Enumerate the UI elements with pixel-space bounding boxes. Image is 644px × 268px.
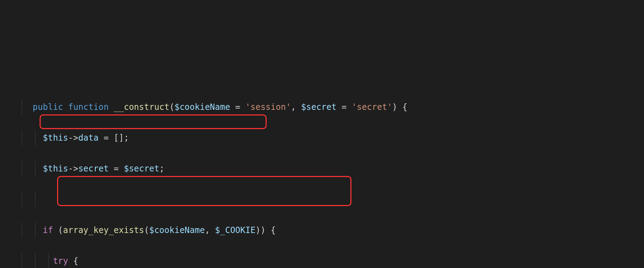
fn-array-key-exists: array_key_exists bbox=[63, 225, 144, 235]
code-line-2[interactable]: $this->data = []; bbox=[0, 130, 644, 146]
code-line-3[interactable]: $this->secret = $secret; bbox=[0, 161, 644, 176]
code-line-1[interactable]: public function __construct($cookieName … bbox=[0, 99, 644, 115]
function-name: __construct bbox=[114, 102, 170, 112]
prop-secret: secret bbox=[78, 164, 109, 174]
keyword-if: if bbox=[43, 225, 53, 235]
code-line-5[interactable]: if (array_key_exists($cookieName, $_COOK… bbox=[0, 223, 644, 238]
var-cookie-global: $_COOKIE bbox=[215, 225, 256, 235]
prop-data: data bbox=[78, 133, 98, 143]
param-cookiename: $cookieName bbox=[174, 102, 230, 112]
code-line-6[interactable]: try { bbox=[0, 253, 644, 268]
code-line-4[interactable] bbox=[0, 192, 644, 207]
string-secret: 'secret' bbox=[352, 102, 392, 112]
keyword-try: try bbox=[53, 256, 68, 266]
var-cookiename: $cookieName bbox=[149, 225, 205, 235]
this-var: $this bbox=[43, 133, 68, 143]
string-session: 'session' bbox=[245, 102, 291, 112]
keyword-public: public bbox=[33, 102, 63, 112]
keyword-function: function bbox=[68, 102, 109, 112]
code-editor[interactable]: public function __construct($cookieName … bbox=[0, 69, 644, 268]
param-secret: $secret bbox=[301, 102, 336, 112]
paren-open: ( bbox=[170, 102, 174, 112]
var-secret: $secret bbox=[124, 164, 159, 174]
this-var: $this bbox=[43, 164, 68, 174]
